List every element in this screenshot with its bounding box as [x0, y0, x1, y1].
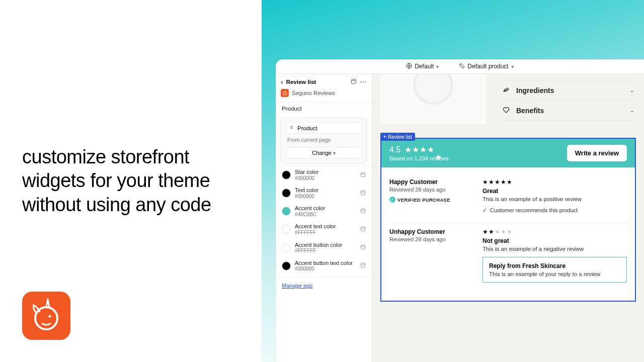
color-swatch: [282, 261, 291, 270]
color-name: Text color: [295, 187, 356, 194]
color-hex: #48C6BC: [295, 212, 356, 218]
more-icon[interactable]: ⋯: [360, 78, 367, 86]
brand-logo: [22, 292, 70, 340]
marketing-panel: customize storefront widgets for your th…: [0, 0, 262, 362]
change-label: Change: [312, 150, 332, 156]
color-meta: Star color #000000: [295, 169, 356, 181]
chevron-down-icon: ▾: [333, 150, 336, 156]
product-card: Product From current page Change ▾: [281, 118, 367, 163]
color-name: Accent button text color: [295, 260, 356, 266]
database-icon[interactable]: [351, 78, 357, 86]
review-date: Reviewed 28 days ago: [389, 187, 462, 193]
review-date: Reviewed 28 days ago: [389, 236, 462, 242]
product-dish-illustration: [413, 74, 453, 105]
color-row[interactable]: Text color #000000: [276, 184, 372, 202]
color-meta: Text color #000000: [295, 187, 356, 199]
ingredients-icon: [502, 85, 511, 95]
review-stars: ★★★★★: [482, 228, 627, 235]
color-name: Accent text color: [295, 223, 356, 230]
color-row[interactable]: Accent button text color #000000: [276, 257, 372, 275]
tag-icon: [459, 63, 465, 70]
color-swatch: [282, 170, 291, 179]
color-name: Star color: [295, 169, 356, 175]
app-name: Seguno Reviews: [292, 90, 335, 96]
svg-point-11: [361, 263, 365, 265]
database-icon[interactable]: [360, 172, 366, 178]
color-list: Star color #000000 Text color #000000 Ac…: [276, 165, 372, 275]
color-swatch: [282, 207, 291, 216]
color-swatch: [282, 189, 291, 198]
database-icon[interactable]: [360, 190, 366, 197]
review-text: This is an example of a negative review: [482, 246, 627, 252]
write-review-button[interactable]: Write a review: [567, 145, 627, 161]
color-meta: Accent text color #FFFFFF: [295, 223, 356, 235]
preview-canvas: Ingredients ⌄ Benefits ⌄ ⌖ Review list 4…: [372, 74, 644, 362]
view-label: Default: [415, 63, 434, 70]
chevron-down-icon: ⌄: [630, 108, 634, 113]
section-label: Product: [276, 102, 372, 115]
link-icon: [289, 125, 294, 131]
benefits-icon: [502, 106, 511, 115]
product-field-label: Product: [297, 125, 317, 131]
change-button[interactable]: Change ▾: [285, 147, 362, 159]
chevron-down-icon: ▾: [511, 64, 514, 69]
color-meta: Accent button text color #000000: [295, 260, 356, 272]
accordion-list: Ingredients ⌄ Benefits ⌄: [500, 74, 636, 124]
product-selector[interactable]: Default product ▾: [459, 63, 513, 70]
review-list: Happy Customer Reviewed 28 days ago ✓ VE…: [381, 167, 635, 301]
database-icon[interactable]: [360, 208, 366, 215]
database-icon[interactable]: [360, 244, 366, 251]
verified-badge: ✓ VERIFIED PURCHASE: [389, 197, 462, 203]
database-icon[interactable]: [360, 262, 366, 269]
widget-selection-tag[interactable]: ⌖ Review list: [380, 133, 415, 141]
gradient-panel: Default ▾ Default product ▾ ‹ Review lis…: [262, 0, 644, 362]
settings-sidebar: ‹ Review list ⋯ Seguno Reviews Product: [276, 74, 372, 362]
database-icon[interactable]: [360, 226, 366, 233]
svg-point-4: [352, 79, 356, 80]
color-row[interactable]: Star color #000000: [276, 166, 372, 184]
review-title: Not great: [482, 237, 627, 244]
accordion-item[interactable]: Benefits ⌄: [500, 100, 636, 121]
editor-window: Default ▾ Default product ▾ ‹ Review lis…: [276, 59, 644, 362]
svg-point-6: [361, 172, 365, 174]
svg-point-7: [361, 191, 365, 192]
unicorn-icon: [29, 298, 64, 333]
color-row[interactable]: Accent color #48C6BC: [276, 202, 372, 220]
product-field[interactable]: Product: [285, 122, 362, 134]
svg-point-1: [49, 315, 51, 318]
recommendation-text: ✓ Customer recommends this product: [482, 207, 627, 214]
color-row[interactable]: Accent button color #FFFFFF: [276, 239, 372, 257]
back-icon[interactable]: ‹: [281, 78, 283, 86]
reviewer-name: Happy Customer: [389, 178, 462, 186]
accordion-item[interactable]: Ingredients ⌄: [500, 80, 636, 100]
widget-tag-label: Review list: [388, 134, 412, 140]
color-swatch: [282, 243, 291, 252]
color-hex: #000000: [295, 175, 356, 182]
avg-stars: ★★★★★★: [405, 145, 442, 154]
accordion-label: Benefits: [516, 107, 625, 115]
target-icon: ⌖: [383, 134, 386, 140]
view-selector[interactable]: Default ▾: [406, 63, 439, 70]
reviewer-name: Unhappy Customer: [389, 228, 462, 235]
reply-box: Reply from Fresh Skincare This is an exa…: [482, 257, 627, 283]
svg-point-3: [460, 64, 461, 65]
sidebar-title: Review list: [286, 79, 348, 85]
color-hex: #000000: [295, 266, 356, 272]
product-label: Default product: [467, 63, 508, 70]
color-hex: #FFFFFF: [295, 248, 356, 254]
color-row[interactable]: Accent text color #FFFFFF: [276, 220, 372, 238]
color-hex: #000000: [295, 194, 356, 200]
topbar: Default ▾ Default product ▾: [276, 59, 644, 73]
color-swatch: [282, 225, 291, 234]
avg-score: 4.5: [389, 145, 400, 154]
chevron-down-icon: ▾: [436, 64, 439, 69]
review-widget: 4.5 ★★★★★★ Based on 1,234 reviews Write …: [380, 138, 636, 302]
review-text: This is an example of a positive review: [482, 196, 627, 202]
manage-app-link[interactable]: Manage app: [282, 283, 312, 289]
globe-icon: [406, 63, 412, 70]
svg-point-9: [361, 227, 365, 228]
from-text: From current page: [285, 134, 362, 144]
check-icon: ✓: [389, 197, 395, 203]
svg-point-8: [361, 209, 365, 210]
svg-point-10: [361, 245, 365, 246]
